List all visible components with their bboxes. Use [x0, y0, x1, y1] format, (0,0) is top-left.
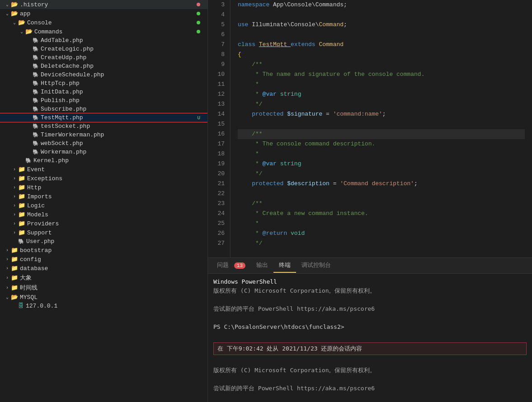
db-label-db127: 127.0.0.1 [26, 303, 204, 309]
modified-badge-testmqtt: U [197, 115, 200, 121]
line-number-18: 18 [213, 149, 225, 159]
terminal-line [213, 332, 527, 341]
folder-arrow-http: › [11, 185, 18, 190]
sidebar-item-initdata[interactable]: 🐘InitData.php [0, 88, 207, 96]
terminal-tab-调试控制台[interactable]: 调试控制台 [296, 258, 336, 273]
folder-label-http: Http [27, 184, 204, 191]
code-content[interactable]: namespace App\Console\Commands; use Illu… [231, 0, 532, 257]
file-label-createudp: CreateUdp.php [41, 54, 204, 61]
sidebar-item-httptcp[interactable]: 🐘HttpTcp.php [0, 79, 207, 88]
sidebar-item-testsocket[interactable]: 🐘testSocket.php [0, 122, 207, 131]
terminal-tab-终端[interactable]: 终端 [273, 258, 296, 273]
line-number-4: 4 [213, 10, 225, 20]
line-number-23: 23 [213, 199, 225, 209]
sidebar-item-imports[interactable]: ›📁Imports [0, 192, 207, 201]
sidebar-item-createlogic[interactable]: 🐘CreateLogic.php [0, 45, 207, 53]
line-number-3: 3 [213, 0, 225, 10]
folder-label-config: config [20, 256, 204, 263]
sidebar-item-exceptions[interactable]: ›📁Exceptions [0, 174, 207, 183]
php-icon-workerman: 🐘 [33, 149, 39, 155]
line-number-15: 15 [213, 119, 225, 129]
code-line-18: * [238, 149, 525, 159]
code-line-5: use Illuminate\Console\Command; [238, 20, 525, 30]
folder-arrow-models: › [11, 212, 18, 217]
terminal-tab-问题[interactable]: 问题 13 [212, 258, 251, 273]
php-icon-createudp: 🐘 [33, 55, 39, 61]
main-area: 3456789101112131415161718192021222324252… [208, 0, 532, 402]
code-line-12: * @var string [238, 89, 525, 99]
code-line-15 [238, 119, 525, 129]
sidebar-item-event[interactable]: ›📁Event [0, 165, 207, 174]
line-number-5: 5 [213, 20, 225, 30]
sidebar-item-deletecache[interactable]: 🐘DeleteCache.php [0, 62, 207, 70]
sidebar-item-app[interactable]: ⌄📂app [0, 9, 207, 18]
php-icon-httptcp: 🐘 [33, 80, 39, 86]
sidebar-item-logic[interactable]: ›📁Logic [0, 201, 207, 210]
folder-icon-config: 📁 [11, 256, 18, 263]
sidebar-item-console[interactable]: ⌄📂Console [0, 18, 207, 27]
code-line-20: */ [238, 169, 525, 179]
folder-label-support: Support [27, 229, 204, 236]
php-icon-websockt: 🐘 [33, 140, 39, 146]
folder-label-commands: Commands [34, 28, 197, 35]
terminal-line [213, 295, 527, 304]
php-icon-initdata: 🐘 [33, 89, 39, 95]
folder-icon-bootstrap: 📁 [11, 247, 18, 254]
sidebar-item-support[interactable]: ›📁Support [0, 228, 207, 237]
php-icon-testmqtt: 🐘 [33, 115, 39, 121]
sidebar-item-kernel[interactable]: 🐘Kernel.php [0, 156, 207, 165]
sidebar-item-timerworkerman[interactable]: 🐘TimerWorkerman.php [0, 131, 207, 139]
folder-icon-timeline: 📁 [11, 284, 18, 291]
code-line-16: /** [238, 129, 525, 139]
sidebar-item-config[interactable]: ›📁config [0, 255, 207, 264]
sidebar-item-mysql[interactable]: ⌄📂MYSQL [0, 293, 207, 302]
code-line-23: /** [238, 199, 525, 209]
code-line-3: namespace App\Console\Commands; [238, 0, 525, 10]
file-explorer: ⌄📂.history⌄📂app⌄📂Console⌄📂Commands 🐘AddT… [0, 0, 208, 402]
php-icon-deviceschedule: 🐘 [33, 72, 39, 78]
file-label-testsocket: testSocket.php [41, 123, 204, 130]
sidebar-item-providers[interactable]: ›📁Providers [0, 219, 207, 228]
folder-icon-http: 📁 [18, 184, 25, 191]
sidebar-item-subscribe[interactable]: 🐘Subscribe.php [0, 105, 207, 113]
sidebar-item-db127[interactable]: 🗄127.0.0.1 [0, 302, 207, 310]
folder-arrow-timeline: › [4, 285, 11, 290]
folder-icon-support: 📁 [18, 229, 25, 236]
folder-arrow-bootstrap: › [4, 248, 11, 253]
sidebar-item-http[interactable]: ›📁Http [0, 183, 207, 192]
sidebar-item-publish[interactable]: 🐘Publish.php [0, 96, 207, 105]
tab-badge-问题: 13 [234, 262, 245, 269]
sidebar-item-daxiang[interactable]: ›📁大象 [0, 273, 207, 283]
sidebar-item-workerman[interactable]: 🐘Workerman.php [0, 148, 207, 156]
code-line-14: protected $signature = 'command:name'; [238, 109, 525, 119]
line-number-8: 8 [213, 50, 225, 60]
file-label-httptcp: HttpTcp.php [41, 80, 204, 87]
sidebar-item-history[interactable]: ⌄📂.history [0, 0, 207, 9]
sidebar-item-userphp[interactable]: 🐘User.php [0, 237, 207, 246]
folder-arrow-config: › [4, 257, 11, 262]
sidebar-item-timeline[interactable]: ›📁时间线 [0, 283, 207, 293]
code-line-7: class TestMqtt extends Command [238, 40, 525, 50]
sidebar-item-bootstrap[interactable]: ›📁bootstrap [0, 246, 207, 255]
code-line-26: * @return void [238, 229, 525, 238]
code-editor[interactable]: 3456789101112131415161718192021222324252… [208, 0, 532, 257]
terminal-line [213, 393, 527, 402]
sidebar-item-database[interactable]: ›📁database [0, 264, 207, 273]
sidebar-item-createudp[interactable]: 🐘CreateUdp.php [0, 53, 207, 62]
sidebar-item-addtable[interactable]: 🐘AddTable.php [0, 36, 207, 45]
code-line-11: * [238, 79, 525, 89]
sidebar-item-websockt[interactable]: 🐘webSockt.php [0, 139, 207, 148]
sidebar-item-commands[interactable]: ⌄📂Commands [0, 27, 207, 36]
line-number-16: 16 [213, 129, 225, 139]
sidebar-item-testmqtt[interactable]: 🐘TestMqtt.phpU [0, 113, 207, 122]
sidebar-item-models[interactable]: ›📁Models [0, 210, 207, 219]
terminal-tab-输出[interactable]: 输出 [251, 258, 273, 273]
terminal-line: 版权所有 (C) Microsoft Corporation。保留所有权利。 [213, 366, 527, 375]
folder-arrow-commands: ⌄ [18, 29, 25, 34]
line-number-7: 7 [213, 40, 225, 50]
terminal-content[interactable]: Windows PowerShell版权所有 (C) Microsoft Cor… [208, 274, 532, 402]
sidebar-item-deviceschedule[interactable]: 🐘DeviceSchedule.php [0, 70, 207, 79]
folder-label-logic: Logic [27, 202, 204, 209]
folder-arrow-providers: › [11, 221, 18, 226]
line-number-12: 12 [213, 89, 225, 99]
